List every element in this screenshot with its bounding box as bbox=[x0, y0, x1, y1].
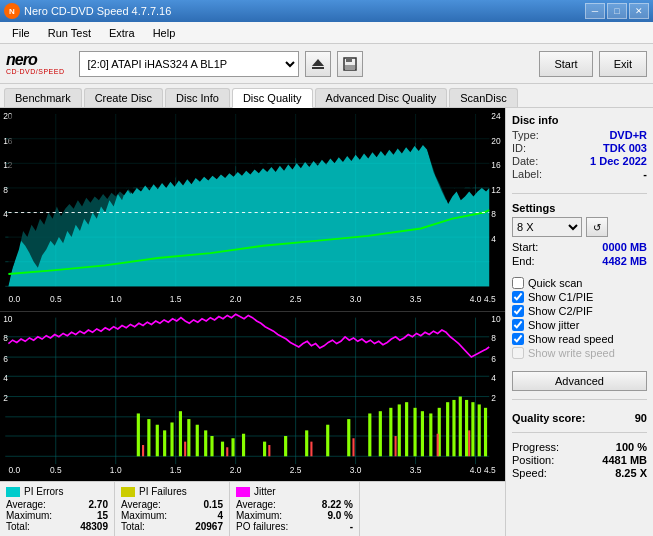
svg-rect-102 bbox=[389, 408, 392, 456]
drive-selector[interactable]: [2:0] ATAPI iHAS324 A BL1P bbox=[79, 51, 299, 77]
quick-scan-label: Quick scan bbox=[528, 277, 582, 289]
svg-text:20: 20 bbox=[491, 135, 500, 146]
disc-date-value: 1 Dec 2022 bbox=[590, 155, 647, 167]
progress-label: Progress: bbox=[512, 441, 559, 453]
svg-text:2.0: 2.0 bbox=[230, 465, 242, 475]
svg-rect-95 bbox=[263, 442, 266, 457]
position-label: Position: bbox=[512, 454, 554, 466]
tab-disc-quality[interactable]: Disc Quality bbox=[232, 88, 313, 108]
tab-create-disc[interactable]: Create Disc bbox=[84, 88, 163, 107]
svg-rect-100 bbox=[368, 413, 371, 456]
jitter-label: Jitter bbox=[254, 486, 276, 497]
close-button[interactable]: ✕ bbox=[629, 3, 649, 19]
svg-rect-104 bbox=[405, 402, 408, 456]
pi-errors-max-label: Maximum: bbox=[6, 510, 52, 521]
tab-benchmark[interactable]: Benchmark bbox=[4, 88, 82, 107]
save-icon bbox=[342, 56, 358, 72]
tab-disc-info[interactable]: Disc Info bbox=[165, 88, 230, 107]
show-jitter-checkbox[interactable] bbox=[512, 319, 524, 331]
speed-selector[interactable]: 8 X bbox=[512, 217, 582, 237]
menu-run-test[interactable]: Run Test bbox=[40, 25, 99, 41]
svg-text:4: 4 bbox=[491, 372, 496, 382]
show-c1pie-checkbox[interactable] bbox=[512, 291, 524, 303]
menu-bar: File Run Test Extra Help bbox=[0, 22, 653, 44]
svg-rect-88 bbox=[187, 419, 190, 456]
svg-rect-92 bbox=[221, 442, 224, 457]
speed-row: 8 X ↺ bbox=[512, 217, 647, 237]
svg-text:1.0: 1.0 bbox=[110, 294, 122, 305]
show-read-speed-row: Show read speed bbox=[512, 333, 647, 345]
end-label: End: bbox=[512, 255, 535, 267]
svg-rect-3 bbox=[346, 58, 352, 62]
minimize-button[interactable]: ─ bbox=[585, 3, 605, 19]
svg-rect-97 bbox=[305, 430, 308, 456]
title-bar-text: N Nero CD-DVD Speed 4.7.7.16 bbox=[4, 3, 171, 19]
start-button[interactable]: Start bbox=[539, 51, 592, 77]
show-c2pif-checkbox[interactable] bbox=[512, 305, 524, 317]
svg-rect-83 bbox=[147, 419, 150, 456]
svg-rect-117 bbox=[184, 442, 186, 457]
svg-text:4: 4 bbox=[3, 209, 8, 220]
jitter-avg-value: 8.22 % bbox=[322, 499, 353, 510]
divider-1 bbox=[512, 193, 647, 194]
eject-icon bbox=[310, 56, 326, 72]
svg-text:1.5: 1.5 bbox=[170, 294, 182, 305]
svg-rect-93 bbox=[231, 438, 234, 456]
eject-button[interactable] bbox=[305, 51, 331, 77]
svg-rect-82 bbox=[137, 413, 140, 456]
cd-dvd-text: CD·DVD/SPEED bbox=[6, 68, 65, 75]
svg-text:10: 10 bbox=[491, 314, 501, 324]
pi-errors-total-value: 48309 bbox=[80, 521, 108, 532]
svg-rect-1 bbox=[312, 67, 324, 69]
disc-label-row: Label: - bbox=[512, 168, 647, 180]
svg-rect-122 bbox=[395, 436, 397, 456]
show-c2pif-label: Show C2/PIF bbox=[528, 305, 593, 317]
svg-text:4: 4 bbox=[3, 372, 8, 382]
quality-score-label: Quality score: bbox=[512, 412, 585, 424]
jitter-po-fail-label: PO failures: bbox=[236, 521, 288, 532]
speed-row: Speed: 8.25 X bbox=[512, 467, 647, 479]
app-title: Nero CD-DVD Speed 4.7.7.16 bbox=[24, 5, 171, 17]
title-bar: N Nero CD-DVD Speed 4.7.7.16 ─ □ ✕ bbox=[0, 0, 653, 22]
disc-date-label: Date: bbox=[512, 155, 538, 167]
svg-rect-113 bbox=[471, 402, 474, 456]
save-button[interactable] bbox=[337, 51, 363, 77]
progress-section: Progress: 100 % Position: 4481 MB Speed:… bbox=[512, 441, 647, 480]
tab-advanced-disc-quality[interactable]: Advanced Disc Quality bbox=[315, 88, 448, 107]
pi-errors-avg-value: 2.70 bbox=[89, 499, 108, 510]
pi-errors-avg-label: Average: bbox=[6, 499, 46, 510]
maximize-button[interactable]: □ bbox=[607, 3, 627, 19]
svg-text:8: 8 bbox=[491, 333, 496, 343]
show-read-speed-checkbox[interactable] bbox=[512, 333, 524, 345]
svg-text:4.5: 4.5 bbox=[484, 465, 496, 475]
svg-text:0.5: 0.5 bbox=[50, 294, 62, 305]
pi-errors-stats: PI Errors Average: 2.70 Maximum: 15 Tota… bbox=[0, 482, 115, 536]
advanced-button[interactable]: Advanced bbox=[512, 371, 647, 391]
svg-rect-109 bbox=[446, 402, 449, 456]
menu-file[interactable]: File bbox=[4, 25, 38, 41]
svg-rect-114 bbox=[478, 404, 481, 456]
side-panel: Disc info Type: DVD+R ID: TDK 003 Date: … bbox=[505, 108, 653, 536]
speed-refresh-button[interactable]: ↺ bbox=[586, 217, 608, 237]
menu-help[interactable]: Help bbox=[145, 25, 184, 41]
top-chart: 20 16 12 8 4 24 20 16 12 8 4 0.5 1.0 1.5 bbox=[0, 108, 505, 311]
quick-scan-checkbox[interactable] bbox=[512, 277, 524, 289]
menu-extra[interactable]: Extra bbox=[101, 25, 143, 41]
tab-scan-disc[interactable]: ScanDisc bbox=[449, 88, 517, 107]
svg-text:3.0: 3.0 bbox=[350, 465, 362, 475]
show-c1pie-row: Show C1/PIE bbox=[512, 291, 647, 303]
quality-score-value: 90 bbox=[635, 412, 647, 424]
svg-text:0.0: 0.0 bbox=[8, 294, 20, 305]
jitter-stats: Jitter Average: 8.22 % Maximum: 9.0 % PO… bbox=[230, 482, 360, 536]
speed-value: 8.25 X bbox=[615, 467, 647, 479]
disc-date-row: Date: 1 Dec 2022 bbox=[512, 155, 647, 167]
exit-button[interactable]: Exit bbox=[599, 51, 647, 77]
svg-text:10: 10 bbox=[3, 314, 13, 324]
pi-errors-total-label: Total: bbox=[6, 521, 30, 532]
svg-text:16: 16 bbox=[491, 160, 500, 171]
svg-text:8: 8 bbox=[3, 333, 8, 343]
show-jitter-row: Show jitter bbox=[512, 319, 647, 331]
svg-text:8: 8 bbox=[3, 184, 8, 195]
pi-failures-label: PI Failures bbox=[139, 486, 187, 497]
pi-errors-label: PI Errors bbox=[24, 486, 63, 497]
